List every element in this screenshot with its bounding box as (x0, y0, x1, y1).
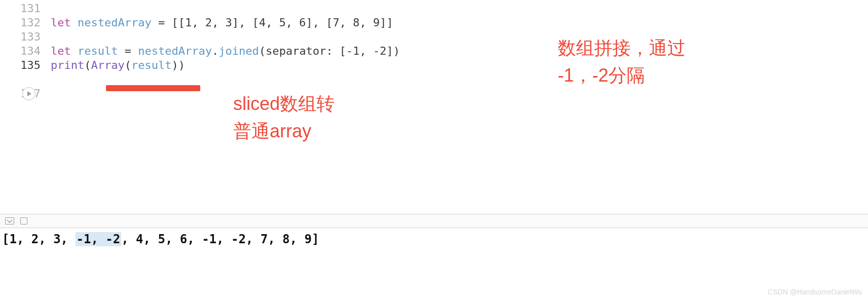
code-content[interactable]: print(Array(result)) (51, 59, 185, 71)
array-literal: [[1, 2, 3], [4, 5, 6], [7, 8, 9]] (171, 16, 393, 29)
line-number-current: 135 (0, 59, 51, 71)
code-line: 134 let result = nestedArray.joined(sepa… (0, 45, 868, 59)
annotation-underline (106, 85, 200, 91)
line-number: 131 (0, 2, 51, 15)
console-toolbar (0, 214, 868, 228)
keyword-let: let (51, 45, 71, 57)
code-content[interactable]: let nestedArray = [[1, 2, 3], [4, 5, 6],… (51, 16, 393, 29)
function-call: print (51, 59, 84, 71)
code-line: 132 let nestedArray = [[1, 2, 3], [4, 5,… (0, 16, 868, 30)
panel-toggle-icon[interactable] (5, 217, 14, 224)
selection-highlight: -1, -2 (76, 232, 122, 246)
code-line: 135 print(Array(result)) (0, 59, 868, 73)
identifier: result (131, 59, 171, 71)
panel-mode-icon[interactable] (20, 217, 27, 224)
code-line: 131 (0, 2, 868, 16)
argument: separator: [-1, -2] (266, 45, 393, 57)
identifier: result (78, 45, 118, 57)
type-name: Array (91, 59, 124, 71)
line-number: 132 (0, 16, 51, 29)
annotation-sliced-array: sliced数组转 普通array (233, 90, 335, 145)
identifier: nestedArray (78, 16, 152, 29)
method-call: joined (219, 45, 259, 57)
identifier: nestedArray (138, 45, 212, 57)
code-content[interactable]: let result = nestedArray.joined(separato… (51, 45, 400, 57)
console-output[interactable]: [1, 2, 3, -1, -2, 4, 5, 6, -1, -2, 7, 8,… (2, 232, 319, 246)
code-line: 133 (0, 30, 868, 45)
run-button[interactable] (22, 87, 35, 100)
watermark: CSDN @HandsomeDanielWu (768, 288, 862, 296)
line-number: 134 (0, 45, 51, 57)
line-number: 133 (0, 30, 51, 43)
annotation-join-separator: 数组拼接，通过 -1，-2分隔 (558, 34, 685, 89)
keyword-let: let (51, 16, 71, 29)
